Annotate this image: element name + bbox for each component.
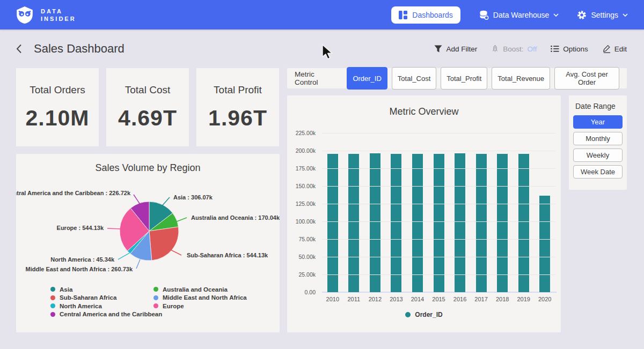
pie-legend-item[interactable]: Central America and the Caribbean [50,310,153,319]
gridline [322,239,555,240]
gear-icon [577,10,587,20]
brand: DATA INSIDER [15,6,76,24]
legend-dot [405,312,411,317]
bar[interactable] [412,154,423,292]
pie-slice-label: Central America and the Caribbean : 226.… [16,190,131,196]
options-button[interactable]: Options [551,45,588,53]
pie-legend-item[interactable]: North America [50,302,153,310]
kpi-row: Total Orders2.10MTotal Cost4.69TTotal Pr… [16,68,280,146]
metric-chip-total-cost[interactable]: Total_Cost [392,67,436,90]
legend-label: Order_ID [415,311,442,318]
kpi-value: 2.10M [26,106,90,131]
edit-button[interactable]: Edit [602,44,627,53]
bar[interactable] [539,196,550,292]
pie-slice-label: Australia and Oceania : 170.04k [191,214,280,221]
y-tick-label: 0.00 [287,289,316,295]
date-range-year[interactable]: Year [573,115,623,129]
gridline [322,221,555,222]
pie-legend-item[interactable]: Middle East and North Africa [153,294,257,302]
metric-chip-total-revenue[interactable]: Total_Revenue [492,67,550,90]
metric-chip-avg-cost-per-order[interactable]: Avg. Cost per Order [554,67,619,90]
bar[interactable] [455,153,465,292]
boost-toggle[interactable]: Boost: Off [491,44,537,53]
pie-slice[interactable] [149,227,179,261]
metric-control-bar: Metric Control Order_IDTotal_CostTotal_P… [287,68,627,88]
metric-buttons: Order_IDTotal_CostTotal_ProfitTotal_Reve… [347,67,619,90]
bar[interactable] [348,154,359,292]
legend-label: Asia [60,286,72,293]
pie-legend-item[interactable]: Europe [153,302,257,310]
y-tick-label: 25.00k [287,271,316,278]
pie-chart-title: Sales Volume by Region [16,162,280,174]
app-window: DATA INSIDER Dashboards D [0,0,644,349]
back-button[interactable] [16,44,22,54]
legend-dot [153,295,158,300]
kpi-label: Total Orders [30,84,85,96]
date-range-monthly[interactable]: Monthly [573,132,623,145]
bar[interactable] [497,154,508,292]
x-axis-labels: 2010201120122013201420152016201720182019… [322,296,555,302]
kpi-card: Total Profit1.96T [196,68,279,146]
metric-chip-total-profit[interactable]: Total_Profit [441,67,487,90]
pie-legend-item[interactable]: Australia and Oceania [153,285,257,294]
y-tick-label: 200.00k [287,147,316,154]
bar-slot [449,133,471,292]
legend-dot [50,295,55,300]
bar[interactable] [476,154,487,293]
date-range-week-date[interactable]: Week Date [573,165,623,179]
top-navbar: DATA INSIDER Dashboards D [0,0,644,29]
bar-slot [428,133,450,292]
data-warehouse-menu[interactable]: Data Warehouse [479,10,559,20]
chevron-down-icon [553,13,559,17]
pie-legend-item[interactable]: Asia [50,285,153,294]
kpi-value: 1.96T [208,106,267,131]
gridline [322,274,555,275]
data-warehouse-label: Data Warehouse [493,11,550,19]
x-axis-label: 2019 [513,296,535,302]
legend-dot [50,303,55,308]
legend-dot [50,287,55,292]
y-tick-label: 50.00k [287,254,316,260]
options-list-icon [551,45,559,53]
chevron-down-icon [623,13,628,17]
dashboards-button[interactable]: Dashboards [391,6,460,24]
y-tick-label: 225.00k [287,130,316,136]
bar[interactable] [518,154,529,292]
page-title: Sales Dashboard [34,42,125,56]
x-axis-label: 2018 [492,296,513,302]
legend-dot [153,287,158,292]
bar[interactable] [327,154,338,292]
bar[interactable] [391,154,401,292]
kpi-card: Total Orders2.10M [16,68,99,146]
pie-label-line [118,253,129,259]
pie-slice-label: Europe : 544.13k [57,225,104,231]
metric-chip-order-id[interactable]: Order_ID [347,67,387,90]
bar-legend-item[interactable]: Order_ID [287,311,561,318]
pie-legend-item[interactable]: Sub-Saharan Africa [50,294,153,302]
brand-text: DATA INSIDER [41,8,76,23]
bar-slot [534,133,555,292]
bar[interactable] [370,153,380,292]
bar-slot [513,133,535,292]
x-axis-label: 2016 [449,296,471,302]
pie-slice-label: Sub-Saharan Africa : 544.13k [187,252,268,258]
add-filter-button[interactable]: Add Filter [434,45,477,53]
legend-label: Middle East and North Africa [163,294,247,301]
x-axis-label: 2013 [386,296,407,302]
bars [322,133,555,292]
x-axis-label: 2010 [322,296,343,302]
date-range-weekly[interactable]: Weekly [573,148,623,162]
bar-chart-title: Metric Overview [287,106,561,117]
y-tick-label: 75.00k [287,236,316,242]
x-axis-label: 2012 [364,296,386,302]
x-axis-label: 2020 [534,296,555,302]
pie-slice-label: Middle East and North Africa : 260.73k [26,266,133,272]
pie-label-line [162,197,170,206]
bar-slot [343,133,365,292]
gridline [322,151,555,151]
x-axis-label: 2011 [343,296,365,302]
legend-label: Europe [163,303,184,309]
bar[interactable] [434,154,444,292]
y-tick-label: 100.00k [287,218,316,225]
settings-menu[interactable]: Settings [577,10,628,20]
